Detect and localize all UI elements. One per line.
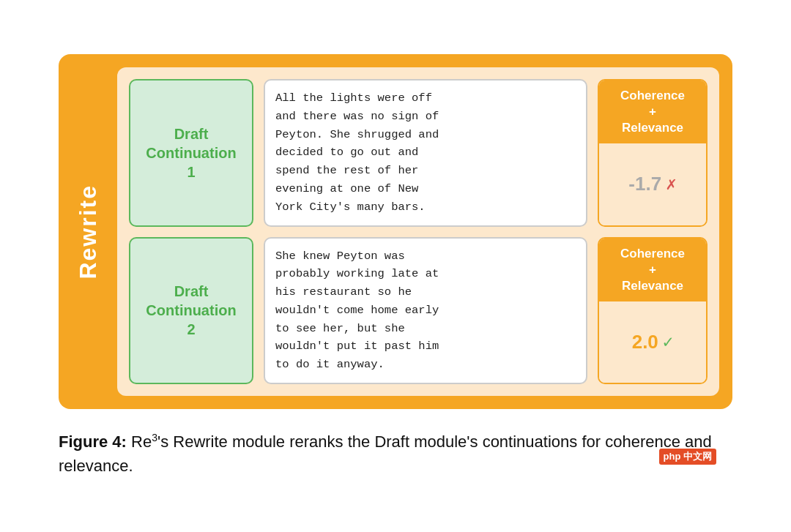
draft1-score-header: Coherence + Relevance [599,80,706,143]
draft1-score-number: -1.7 [628,173,661,195]
draft1-score-icon: ✗ [666,173,676,195]
draft2-score-value-area: 2.0 ✓ [599,301,706,383]
figure-container: Rewrite Draft Continuation 1 All the lig… [59,54,732,478]
draft2-label: Draft Continuation 2 [146,282,236,339]
draft1-label: Draft Continuation 1 [146,124,236,181]
rewrite-label-wrap: Rewrite [59,67,117,396]
rewrite-label: Rewrite [75,184,102,280]
watermark: php 中文网 [659,449,716,465]
draft2-row: Draft Continuation 2 She knew Peyton was… [129,237,708,385]
re-superscript: 3 [152,432,157,443]
figure-caption: Figure 4: Re3's Rewrite module reranks t… [59,430,732,478]
draft2-score-number: 2.0 [632,331,658,353]
draft2-score-box: Coherence + Relevance 2.0 ✓ [598,237,708,385]
inner-content: Draft Continuation 1 All the lights were… [117,67,719,396]
draft2-text: She knew Peyton was probably working lat… [264,237,587,385]
draft1-score-box: Coherence + Relevance -1.7 ✗ [598,79,708,227]
draft2-score-header: Coherence + Relevance [599,239,706,301]
draft1-text: All the lights were off and there was no… [264,79,587,227]
figure-label: Figure 4: [59,432,127,451]
re-text: Re3's Rewrite module reranks the Draft m… [59,432,712,475]
draft2-score-icon: ✓ [663,331,673,353]
draft1-label-box: Draft Continuation 1 [129,79,253,227]
main-diagram-box: Rewrite Draft Continuation 1 All the lig… [59,54,732,409]
draft1-score-value-area: -1.7 ✗ [599,143,706,225]
draft2-label-box: Draft Continuation 2 [129,237,253,385]
draft1-row: Draft Continuation 1 All the lights were… [129,79,708,227]
